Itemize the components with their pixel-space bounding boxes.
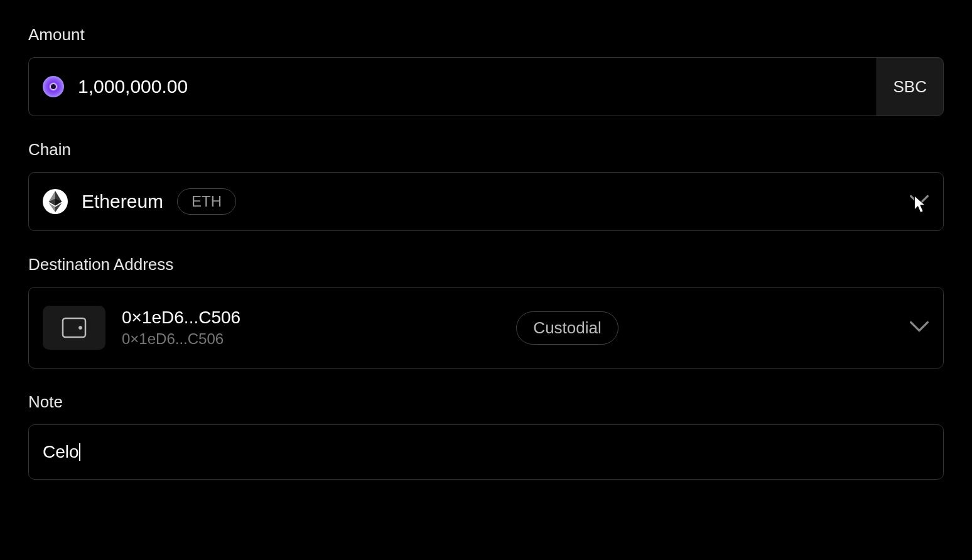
chevron-down-icon [909,194,929,209]
address-primary: 0×1eD6...C506 [122,308,240,328]
amount-field-group: Amount 1,000,000.00 SBC [28,25,944,116]
ethereum-icon [43,189,68,214]
amount-value: 1,000,000.00 [78,76,188,97]
note-value: Celo [43,442,79,462]
destination-label: Destination Address [28,255,944,274]
amount-input-row: 1,000,000.00 SBC [28,57,944,116]
chain-name: Ethereum [82,191,163,212]
chain-label: Chain [28,140,944,159]
destination-field-group: Destination Address 0×1eD6...C506 0×1eD6… [28,255,944,369]
note-input-box[interactable]: Celo [28,424,944,480]
amount-input[interactable]: 1,000,000.00 [28,57,877,116]
token-icon [43,76,64,97]
note-label: Note [28,392,944,412]
custodial-badge: Custodial [516,311,618,345]
chain-select[interactable]: Ethereum ETH [28,172,944,231]
svg-point-1 [79,326,82,330]
address-secondary: 0×1eD6...C506 [122,330,240,348]
chain-field-group: Chain Ethereum ETH [28,140,944,231]
chevron-down-icon [909,320,929,335]
wallet-icon [43,306,105,350]
currency-selector[interactable]: SBC [877,57,944,116]
note-field-group: Note Celo [28,392,944,480]
address-text-group: 0×1eD6...C506 0×1eD6...C506 [122,308,240,348]
destination-select[interactable]: 0×1eD6...C506 0×1eD6...C506 Custodial [28,287,944,369]
chain-symbol-badge: ETH [177,188,236,215]
amount-label: Amount [28,25,944,45]
